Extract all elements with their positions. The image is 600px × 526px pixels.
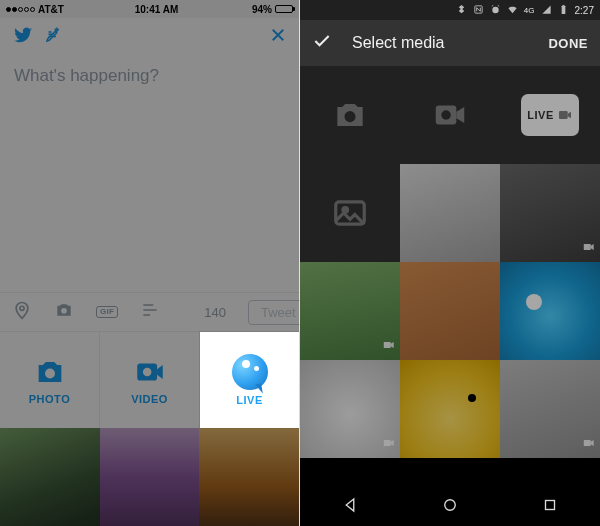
svg-rect-7 (561, 5, 565, 13)
compose-placeholder: What's happening? (14, 66, 285, 86)
svg-point-4 (142, 368, 151, 377)
network-label: 4G (524, 6, 535, 15)
svg-rect-12 (559, 111, 568, 119)
recent-photo[interactable] (199, 428, 299, 526)
media-thumb[interactable] (400, 164, 500, 262)
signal-icon (6, 7, 35, 12)
svg-point-2 (45, 368, 55, 378)
video-badge-icon (582, 436, 596, 454)
compose-area[interactable]: What's happening? (0, 56, 299, 292)
battery-icon (558, 4, 569, 17)
signal-icon (541, 4, 552, 17)
wifi-icon (507, 4, 518, 17)
battery-icon (275, 5, 293, 13)
media-thumb[interactable] (500, 164, 600, 262)
quick-photo-button[interactable] (300, 66, 400, 164)
compose-toolbar: GIF 140 Tweet (0, 292, 299, 332)
picker-video-label: VIDEO (131, 393, 168, 405)
android-media-grid (300, 164, 600, 488)
picker-live-label: LIVE (236, 394, 262, 406)
media-thumb[interactable] (500, 262, 600, 360)
header-title: Select media (352, 34, 548, 52)
compose-icon[interactable] (34, 26, 62, 48)
clock-label: 2:27 (575, 5, 594, 16)
gif-button[interactable]: GIF (96, 306, 118, 318)
nav-home-icon[interactable] (441, 496, 459, 518)
recent-photo[interactable] (0, 428, 100, 526)
nfc-icon (473, 4, 484, 17)
poll-icon[interactable] (140, 300, 160, 324)
svg-point-1 (61, 308, 67, 314)
svg-rect-20 (546, 501, 555, 510)
media-thumb[interactable] (400, 262, 500, 360)
location-icon[interactable] (12, 300, 32, 324)
android-status-bar: 4G 2:27 (300, 0, 600, 20)
video-badge-icon (382, 436, 396, 454)
char-count: 140 (204, 305, 226, 320)
android-header: Select media DONE (300, 20, 600, 66)
media-thumb[interactable] (400, 360, 500, 458)
recent-photos-row (0, 428, 299, 526)
svg-rect-15 (584, 244, 591, 250)
svg-point-6 (492, 6, 498, 12)
bluetooth-icon (456, 4, 467, 17)
quick-live-button[interactable]: LIVE (500, 66, 600, 164)
svg-rect-18 (584, 440, 591, 446)
twitter-logo-icon (12, 24, 34, 50)
alarm-icon (490, 4, 501, 17)
confirm-icon[interactable] (312, 31, 332, 55)
clock-label: 10:41 AM (135, 4, 179, 15)
svg-point-11 (441, 110, 451, 120)
ios-top-bar (0, 18, 299, 56)
svg-point-0 (20, 306, 24, 310)
ios-status-bar: AT&T 10:41 AM 94% (0, 0, 299, 18)
media-thumb[interactable] (300, 262, 400, 360)
picker-live[interactable]: LIVE (200, 332, 299, 428)
ios-phone: AT&T 10:41 AM 94% What's happening? (0, 0, 300, 526)
svg-point-9 (344, 111, 355, 122)
gallery-button[interactable] (300, 164, 400, 262)
video-badge-icon (582, 240, 596, 258)
android-phone: 4G 2:27 Select media DONE LIVE (300, 0, 600, 526)
media-thumb[interactable] (500, 360, 600, 458)
camera-icon[interactable] (54, 300, 74, 324)
svg-rect-8 (562, 4, 564, 5)
picker-photo-label: PHOTO (29, 393, 70, 405)
android-nav-bar (300, 488, 600, 526)
recent-photo[interactable] (100, 428, 200, 526)
video-badge-icon (382, 338, 396, 356)
periscope-icon (232, 354, 268, 390)
quick-video-button[interactable] (400, 66, 500, 164)
nav-recents-icon[interactable] (541, 496, 559, 518)
svg-rect-16 (384, 342, 391, 348)
close-icon[interactable] (269, 26, 287, 48)
done-button[interactable]: DONE (548, 36, 588, 51)
picker-video[interactable]: VIDEO (100, 332, 200, 428)
media-thumb[interactable] (300, 360, 400, 458)
svg-rect-17 (384, 440, 391, 446)
battery-pct-label: 94% (252, 4, 272, 15)
live-label: LIVE (527, 109, 553, 121)
android-quick-row: LIVE (300, 66, 600, 164)
svg-point-19 (445, 500, 456, 511)
carrier-label: AT&T (38, 4, 64, 15)
nav-back-icon[interactable] (341, 496, 359, 518)
picker-photo[interactable]: PHOTO (0, 332, 100, 428)
media-type-picker: PHOTO VIDEO LIVE (0, 332, 299, 428)
